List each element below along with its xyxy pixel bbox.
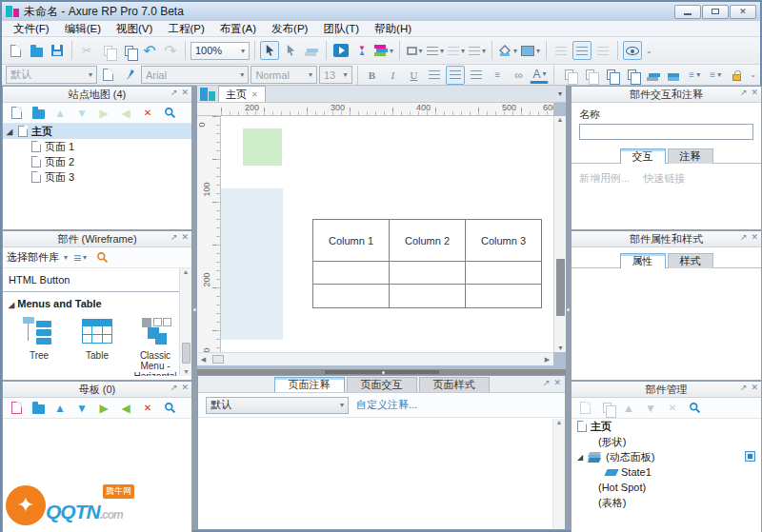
move-up-button[interactable]: ▲ [619, 399, 638, 418]
table-cell[interactable] [466, 262, 541, 285]
float-panel-icon[interactable]: ↗ [170, 88, 178, 97]
border-style-button[interactable]: ▾ [405, 41, 424, 60]
close-panel-icon[interactable]: ✕ [181, 232, 189, 242]
cut-button[interactable]: ✂ [77, 41, 96, 60]
table-header-cell[interactable]: Column 1 [313, 220, 390, 262]
manager-item-state1[interactable]: State1 [572, 464, 761, 480]
bullet-list-button[interactable]: ≡ [488, 66, 507, 85]
insert-link-button[interactable]: ∞ [509, 66, 528, 85]
tab-list-dropdown[interactable]: ▾ [558, 89, 562, 98]
menu-file[interactable]: 文件(F) [6, 21, 57, 37]
line-weight-button[interactable]: ▾ [426, 41, 445, 60]
tab-page-styles[interactable]: 页面样式 [419, 377, 490, 392]
sitemap-item-home[interactable]: ◢ 主页 [3, 124, 191, 139]
toolbar-overflow[interactable]: ⌄ [646, 47, 652, 55]
outdent-button[interactable]: ◀ [116, 399, 135, 418]
arrow-style-button[interactable]: ▾ [468, 41, 487, 60]
add-folder-button[interactable] [29, 104, 48, 123]
underline-button[interactable]: U [404, 66, 423, 85]
menu-view[interactable]: 视图(V) [109, 21, 160, 37]
align-left-button[interactable] [425, 66, 444, 85]
float-panel-icon[interactable]: ↗ [740, 88, 748, 97]
footnotes-visibility-button[interactable] [623, 41, 642, 60]
scroll-up-icon[interactable]: ▲ [183, 268, 190, 275]
close-button[interactable]: ✕ [730, 5, 756, 19]
scroll-right-icon[interactable]: ▶ [541, 356, 553, 364]
copy-button[interactable] [98, 41, 117, 60]
fill-color-button[interactable]: ▾ [497, 41, 518, 60]
visibility-checkbox[interactable] [745, 451, 755, 462]
toolbar-overflow[interactable]: ⌄ [750, 70, 756, 79]
align-center-button[interactable] [446, 66, 465, 85]
new-state-button[interactable] [575, 399, 594, 418]
edit-style-button[interactable] [99, 66, 118, 85]
align-middle-button[interactable] [572, 41, 592, 60]
delete-master-button[interactable]: ✕ [138, 399, 157, 418]
tab-page-interactions[interactable]: 页面交互 [347, 377, 417, 392]
move-down-button[interactable]: ▼ [72, 104, 91, 123]
notes-preset-select[interactable]: 默认 ▾ [206, 397, 349, 414]
undo-button[interactable]: ↶ [140, 41, 159, 60]
tab-notes[interactable]: 注释 [668, 148, 713, 164]
share-button[interactable]: ▼▲ [352, 41, 371, 60]
lock-button[interactable] [727, 66, 746, 85]
widget-item-table[interactable]: Table [69, 315, 126, 376]
add-case-link[interactable]: 新增用例... [579, 171, 630, 186]
align-objects-button[interactable]: ≡▾ [706, 66, 725, 85]
close-panel-icon[interactable]: ✕ [181, 383, 189, 392]
table-cell[interactable] [313, 262, 390, 285]
scroll-down-icon[interactable]: ▼ [183, 368, 190, 375]
add-master-button[interactable] [7, 399, 26, 418]
bring-front-button[interactable] [601, 66, 620, 85]
scrollbar-thumb[interactable] [556, 259, 565, 316]
bring-forward-button[interactable] [643, 66, 662, 85]
duplicate-state-button[interactable] [597, 399, 616, 418]
new-file-button[interactable] [6, 41, 25, 60]
menu-arrange[interactable]: 布置(A) [212, 21, 264, 37]
scroll-left-icon[interactable]: ◀ [197, 356, 210, 364]
expand-icon[interactable]: ◢ [577, 453, 585, 462]
font-style-select[interactable]: Normal ▾ [251, 66, 317, 84]
manager-item-shape[interactable]: (形状) [572, 434, 761, 449]
open-file-button[interactable] [27, 41, 46, 60]
search-widgets-button[interactable] [92, 248, 111, 267]
indent-button[interactable]: ▶ [94, 399, 113, 418]
font-family-select[interactable]: Arial ▾ [141, 66, 249, 84]
manager-item-table[interactable]: (表格) [572, 495, 761, 510]
scroll-up-icon[interactable]: ▲ [556, 419, 563, 425]
float-panel-icon[interactable]: ↗ [740, 383, 748, 392]
align-bottom-button[interactable] [593, 41, 612, 60]
design-canvas[interactable]: Column 1 Column 2 Column 3 [221, 116, 553, 352]
send-back-button[interactable] [622, 66, 641, 85]
align-top-button[interactable] [551, 41, 571, 60]
line-style-button[interactable]: ▾ [447, 41, 466, 60]
font-size-select[interactable]: 13 ▾ [319, 66, 352, 84]
tab-properties[interactable]: 属性 [620, 253, 666, 268]
redo-button[interactable]: ↷ [161, 41, 180, 60]
float-panel-icon[interactable]: ↗ [170, 232, 178, 242]
tab-interactions[interactable]: 交互 [620, 148, 666, 164]
move-up-button[interactable]: ▲ [50, 399, 70, 418]
page-notes-editor[interactable]: ▲ [198, 419, 565, 529]
search-masters-button[interactable] [160, 399, 179, 418]
menu-team[interactable]: 团队(T) [315, 21, 367, 37]
select-mode-button[interactable] [260, 41, 279, 60]
close-panel-icon[interactable]: ✕ [181, 88, 189, 97]
customize-notes-link[interactable]: 自定义注释... [356, 398, 417, 412]
connector-mode-button[interactable] [302, 41, 321, 60]
style-preset-select[interactable]: 默认 ▾ [6, 66, 97, 84]
library-menu-button[interactable]: ≡▾ [70, 248, 90, 267]
bottom-splitter[interactable] [197, 369, 566, 375]
close-panel-icon[interactable]: ✕ [553, 378, 561, 387]
widget-name-input[interactable] [579, 124, 753, 140]
outdent-button[interactable]: ◀ [116, 104, 135, 123]
manager-item-hotspot[interactable]: (Hot Spot) [572, 480, 761, 495]
manager-item-home[interactable]: 主页 [572, 419, 761, 434]
table-cell[interactable] [466, 285, 541, 307]
table-cell[interactable] [313, 285, 390, 307]
table-header-cell[interactable]: Column 3 [466, 220, 541, 262]
sitemap-item-page3[interactable]: 页面 3 [3, 169, 191, 185]
close-panel-icon[interactable]: ✕ [751, 383, 758, 392]
widget-item-tree[interactable]: Tree [10, 315, 68, 376]
search-pages-button[interactable] [160, 104, 179, 123]
